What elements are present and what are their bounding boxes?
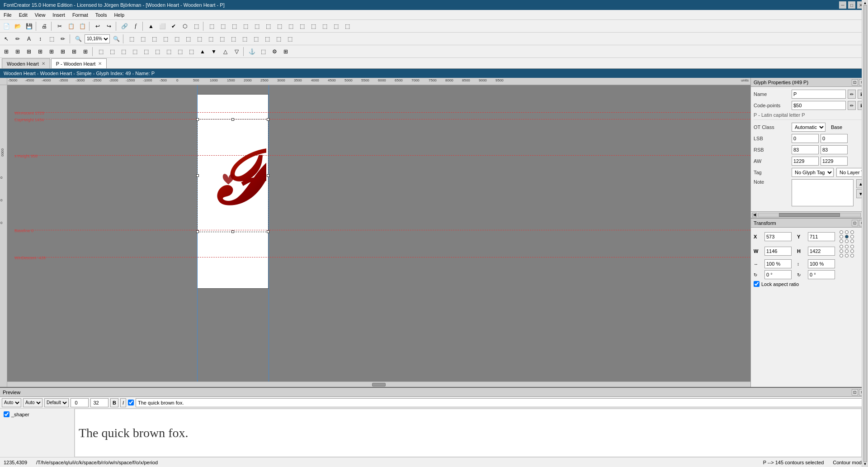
tb3-btn-22[interactable]: ⚓: [246, 47, 257, 57]
preview-style-select2[interactable]: Auto: [23, 398, 42, 407]
tb3-btn-3[interactable]: ⊞: [24, 47, 34, 57]
size-anchor-bl[interactable]: [840, 254, 843, 257]
func-btn[interactable]: f: [130, 21, 141, 31]
tb-btn-12[interactable]: ⬚: [274, 21, 285, 31]
tb3-btn-12[interactable]: ⬚: [129, 47, 140, 57]
cut-btn[interactable]: ✂: [54, 21, 65, 31]
preview-bold-btn[interactable]: B: [110, 398, 118, 407]
tb3-btn-4[interactable]: ⊞: [35, 47, 46, 57]
open-btn[interactable]: 📂: [12, 21, 23, 31]
rsb-input1[interactable]: [792, 145, 819, 154]
tb3-btn-15[interactable]: ⬚: [163, 47, 174, 57]
paint-btn[interactable]: ✏: [57, 34, 68, 44]
print-btn[interactable]: 🖨: [39, 21, 50, 31]
tb-btn-13[interactable]: ⬚: [285, 21, 296, 31]
glyph-tag-select[interactable]: No Glyph Tag: [792, 168, 834, 177]
tb3-btn-24[interactable]: ⚙: [269, 47, 280, 57]
text-btn[interactable]: A: [24, 34, 34, 44]
size-anchor-mr[interactable]: [850, 249, 854, 253]
tb3-btn-18[interactable]: ▲: [197, 47, 208, 57]
codepoints-input[interactable]: [792, 101, 846, 110]
panel-hscroll-track[interactable]: [758, 213, 861, 217]
anchor-tr[interactable]: [850, 230, 854, 234]
tab-wooden-heart[interactable]: Wooden Heart ✕: [2, 58, 50, 68]
note-textarea[interactable]: [792, 179, 854, 206]
new-btn[interactable]: 📄: [1, 21, 12, 31]
copy-btn[interactable]: 📋: [66, 21, 76, 31]
tb3-btn-10[interactable]: ⬚: [107, 47, 118, 57]
save-btn[interactable]: 💾: [24, 21, 34, 31]
tb3-btn-23[interactable]: ⬚: [258, 47, 269, 57]
tb-btn-7[interactable]: ⬚: [217, 21, 228, 31]
tb3-btn-1[interactable]: ⊞: [1, 47, 12, 57]
layers-scroll-thumb[interactable]: [863, 409, 867, 457]
size-anchor-mc[interactable]: [845, 249, 849, 253]
tb2-btn-7[interactable]: ⬚: [183, 34, 193, 44]
preview-italic-btn[interactable]: I: [120, 398, 126, 407]
transform-float-btn[interactable]: ⊡: [852, 220, 858, 226]
codepoints-edit-btn[interactable]: ✏: [848, 101, 856, 110]
tb-btn-16[interactable]: ⬚: [319, 21, 330, 31]
tb-btn-17[interactable]: ⬚: [330, 21, 341, 31]
rot-input[interactable]: [764, 270, 792, 279]
menu-file[interactable]: File: [0, 11, 15, 19]
layer-shaper-checkbox[interactable]: [4, 411, 9, 417]
tb3-btn-6[interactable]: ⊞: [57, 47, 68, 57]
lsb-input2[interactable]: [821, 134, 848, 143]
tb3-btn-14[interactable]: ⬚: [152, 47, 163, 57]
h-scrollbar-thumb[interactable]: [372, 383, 386, 386]
aw-input2[interactable]: [821, 157, 848, 166]
tb-btn-2[interactable]: ⬜: [157, 21, 168, 31]
tb2-btn-8[interactable]: ⬚: [194, 34, 205, 44]
preview-size-input[interactable]: [90, 398, 108, 407]
tb-btn-5[interactable]: ⬚: [191, 21, 202, 31]
tab-wooden-heart-close[interactable]: ✕: [42, 61, 45, 66]
tb2-btn-9[interactable]: ⬚: [205, 34, 216, 44]
size-anchor-tl[interactable]: [840, 245, 843, 248]
size-anchor-br[interactable]: [850, 254, 854, 257]
tb3-btn-16[interactable]: ⬚: [175, 47, 185, 57]
menu-insert[interactable]: Insert: [49, 11, 69, 19]
transform-btn2[interactable]: ↕: [35, 34, 46, 44]
preview-num-input[interactable]: [71, 398, 89, 407]
tb3-btn-25[interactable]: ⊞: [280, 47, 291, 57]
w-pct-input[interactable]: [764, 259, 792, 268]
tb-btn-3[interactable]: ✔: [168, 21, 179, 31]
menu-edit[interactable]: Edit: [15, 11, 31, 19]
tb2-btn-1[interactable]: ⬚: [46, 34, 57, 44]
tb2-btn-11[interactable]: ⬚: [228, 34, 239, 44]
tb2-btn-14[interactable]: ⬚: [262, 34, 273, 44]
tb3-btn-7[interactable]: ⊞: [69, 47, 80, 57]
preview-text-input[interactable]: [136, 398, 866, 407]
tb3-btn-13[interactable]: ⬚: [141, 47, 151, 57]
tb3-btn-5[interactable]: ⊞: [46, 47, 57, 57]
glyph-canvas[interactable]: WinAscent 1723 CapHeight 1434 x-Height 9…: [7, 85, 750, 387]
link-btn[interactable]: 🔗: [119, 21, 130, 31]
zoom-select[interactable]: 10,16% 25% 50% 100%: [85, 34, 110, 43]
tb2-btn-6[interactable]: ⬚: [171, 34, 182, 44]
tb2-btn-13[interactable]: ⬚: [250, 34, 261, 44]
layer-item-shaper[interactable]: _shaper: [2, 410, 72, 418]
pointer-btn[interactable]: ↖: [1, 34, 12, 44]
edit-btn[interactable]: ✏: [12, 34, 23, 44]
tb2-btn-2[interactable]: ⬚: [126, 34, 137, 44]
y-input[interactable]: [808, 232, 835, 241]
tb-btn-4[interactable]: ⬡: [179, 21, 190, 31]
tb-btn-8[interactable]: ⬚: [229, 21, 240, 31]
tb2-btn-12[interactable]: ⬚: [239, 34, 250, 44]
anchor-mc[interactable]: [845, 235, 849, 238]
tb3-btn-17[interactable]: ⬚: [186, 47, 197, 57]
layers-vscroll[interactable]: ▲ ▼: [862, 409, 868, 457]
lock-aspect-checkbox[interactable]: [754, 281, 760, 287]
tb-btn-15[interactable]: ⬚: [308, 21, 319, 31]
glyph-props-float-btn[interactable]: ⊡: [852, 79, 858, 86]
tb3-btn-20[interactable]: △: [220, 47, 231, 57]
tb-btn-18[interactable]: ⬚: [342, 21, 353, 31]
menu-view[interactable]: View: [31, 11, 49, 19]
tb-btn-14[interactable]: ⬚: [297, 21, 307, 31]
tab-p-wooden-heart[interactable]: P - Wooden Heart ✕: [51, 58, 107, 68]
maximize-btn[interactable]: □: [848, 1, 855, 9]
anchor-ml[interactable]: [840, 235, 843, 238]
rot2-input[interactable]: [808, 270, 835, 279]
name-edit-btn[interactable]: ✏: [848, 90, 856, 99]
